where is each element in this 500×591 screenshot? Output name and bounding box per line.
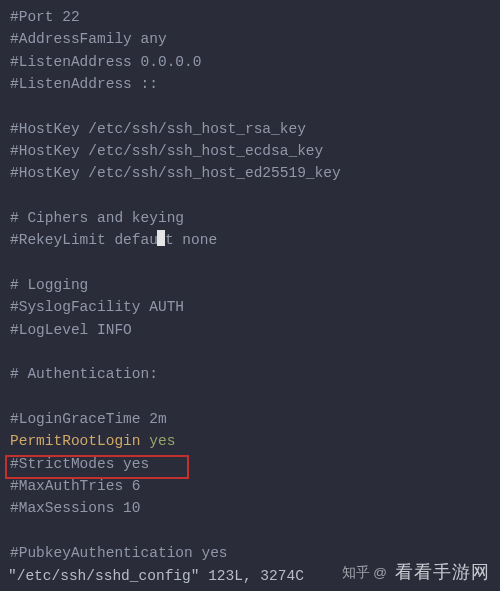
code-line	[10, 341, 494, 363]
code-line	[10, 386, 494, 408]
code-line: #LoginGraceTime 2m	[10, 408, 494, 430]
directive-value: yes	[149, 433, 175, 449]
code-line: # Logging	[10, 274, 494, 296]
editor-viewport[interactable]: #Port 22#AddressFamily any#ListenAddress…	[0, 0, 500, 564]
directive-permitrootlogin: PermitRootLogin	[10, 433, 141, 449]
code-line: #HostKey /etc/ssh/ssh_host_ecdsa_key	[10, 140, 494, 162]
code-line: #AddressFamily any	[10, 28, 494, 50]
code-line	[10, 95, 494, 117]
code-line: #SyslogFacility AUTH	[10, 296, 494, 318]
code-line: #StrictModes yes	[10, 453, 494, 475]
code-line: #HostKey /etc/ssh/ssh_host_rsa_key	[10, 118, 494, 140]
watermark: 知乎 @ 看看手游网	[342, 559, 490, 587]
watermark-prefix: 知乎 @	[342, 563, 387, 584]
code-line	[10, 252, 494, 274]
code-line	[10, 185, 494, 207]
code-line: #ListenAddress 0.0.0.0	[10, 51, 494, 73]
text-cursor	[157, 230, 165, 246]
code-line: # Authentication:	[10, 363, 494, 385]
code-line: #HostKey /etc/ssh/ssh_host_ed25519_key	[10, 162, 494, 184]
code-line: #Port 22	[10, 6, 494, 28]
code-line: #ListenAddress ::	[10, 73, 494, 95]
code-line: #MaxAuthTries 6	[10, 475, 494, 497]
watermark-site: 看看手游网	[395, 559, 490, 587]
status-file: "/etc/ssh/sshd_config" 123L, 3274C	[8, 565, 304, 587]
code-line	[10, 520, 494, 542]
code-line: #LogLevel INFO	[10, 319, 494, 341]
code-line: PermitRootLogin yes	[10, 430, 494, 452]
code-line: # Ciphers and keying	[10, 207, 494, 229]
code-line: #MaxSessions 10	[10, 497, 494, 519]
code-line: #RekeyLimit defaut none	[10, 229, 494, 251]
